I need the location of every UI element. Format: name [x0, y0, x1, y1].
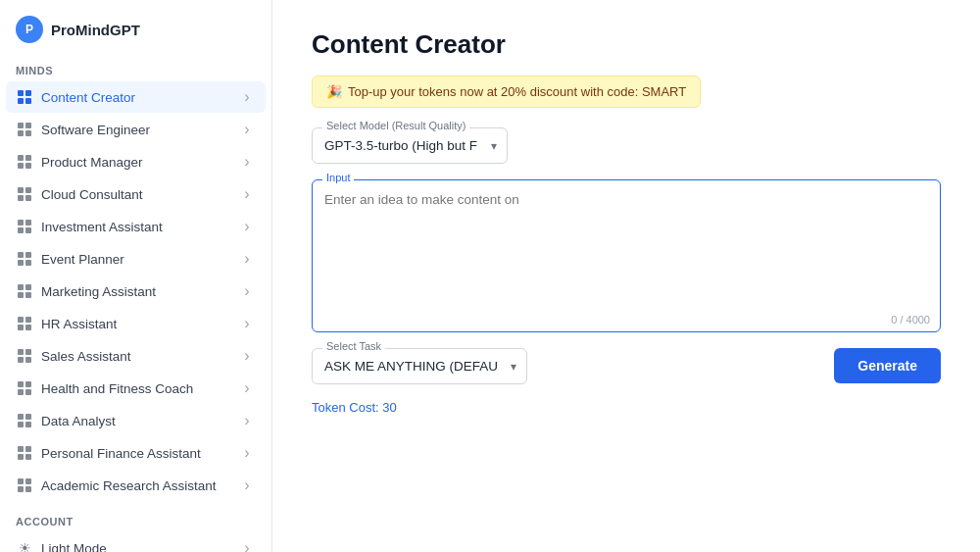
- input-textarea[interactable]: [313, 180, 940, 308]
- input-textarea-wrapper: Input 0 / 4000: [312, 179, 941, 332]
- logo-icon: P: [16, 16, 43, 43]
- light-mode-icon: ☀: [16, 539, 33, 552]
- sidebar-label-investment-assistant: Investment Assistant: [41, 220, 240, 234]
- grid-icon-marketing-assistant: [16, 282, 33, 300]
- promo-text: Top-up your tokens now at 20% discount w…: [348, 84, 686, 99]
- chevron-icon-hr-assistant: [240, 317, 254, 330]
- chevron-icon-investment-assistant: [240, 220, 254, 233]
- sidebar-label-personal-finance: Personal Finance Assistant: [41, 446, 240, 461]
- main-content: Content Creator 🎉 Top-up your tokens now…: [272, 0, 980, 552]
- sidebar-item-content-creator[interactable]: Content Creator: [6, 81, 266, 113]
- sidebar-label-marketing-assistant: Marketing Assistant: [41, 284, 240, 299]
- sidebar-item-data-analyst[interactable]: Data Analyst: [6, 405, 266, 436]
- task-select-wrapper: Select Task ASK ME ANYTHING (DEFAULT)Blo…: [312, 348, 527, 384]
- chevron-icon-software-engineer: [240, 123, 254, 136]
- logo-text: ProMindGPT: [51, 22, 140, 38]
- task-select-group: Select Task ASK ME ANYTHING (DEFAULT)Blo…: [312, 348, 527, 384]
- chevron-icon-product-manager: [240, 155, 254, 169]
- sidebar-item-sales-assistant[interactable]: Sales Assistant: [6, 340, 266, 372]
- chevron-icon-data-analyst: [240, 414, 254, 427]
- input-group: Input 0 / 4000: [312, 179, 941, 332]
- chevron-icon-content-creator: [240, 90, 254, 104]
- chevron-icon-sales-assistant: [240, 349, 254, 363]
- grid-icon-health-fitness-coach: [16, 379, 33, 397]
- grid-icon-event-planner: [16, 250, 33, 268]
- account-list: ☀ Light Mode 😊 Get Help 👤 Signup / Login: [0, 531, 271, 552]
- chevron-icon-health-fitness-coach: [240, 381, 254, 395]
- sidebar-item-cloud-consultant[interactable]: Cloud Consultant: [6, 178, 266, 210]
- sidebar-item-investment-assistant[interactable]: Investment Assistant: [6, 211, 266, 242]
- sidebar-label-data-analyst: Data Analyst: [41, 414, 240, 428]
- input-label: Input: [322, 172, 354, 183]
- grid-icon-content-creator: [16, 88, 33, 106]
- promo-icon: 🎉: [326, 84, 342, 99]
- sidebar-label-product-manager: Product Manager: [41, 155, 240, 170]
- chevron-icon-cloud-consultant: [240, 187, 254, 201]
- model-label: Select Model (Result Quality): [322, 120, 469, 131]
- sidebar-item-academic-research[interactable]: Academic Research Assistant: [6, 470, 266, 501]
- sidebar-label-sales-assistant: Sales Assistant: [41, 349, 240, 364]
- chevron-icon-academic-research: [240, 478, 254, 492]
- grid-icon-cloud-consultant: [16, 185, 33, 203]
- task-label: Select Task: [322, 340, 385, 352]
- minds-list: Content Creator Software Engineer Produc…: [0, 80, 271, 502]
- grid-icon-hr-assistant: [16, 315, 33, 332]
- sidebar-label-light-mode: Light Mode: [41, 541, 240, 553]
- grid-icon-personal-finance: [16, 444, 33, 462]
- task-select[interactable]: ASK ME ANYTHING (DEFAULT)Blog PostSocial…: [313, 349, 526, 383]
- sidebar-label-software-engineer: Software Engineer: [41, 123, 240, 137]
- char-count: 0 / 4000: [313, 312, 940, 331]
- sidebar-label-hr-assistant: HR Assistant: [41, 317, 240, 331]
- sidebar-item-health-fitness-coach[interactable]: Health and Fitness Coach: [6, 373, 266, 404]
- promo-banner: 🎉 Top-up your tokens now at 20% discount…: [312, 75, 701, 108]
- model-select-wrapper: Select Model (Result Quality) GPT-3.5-tu…: [312, 127, 508, 164]
- chevron-icon-marketing-assistant: [240, 284, 254, 298]
- generate-button[interactable]: Generate: [834, 348, 941, 383]
- chevron-icon-personal-finance: [240, 446, 254, 460]
- sidebar-label-cloud-consultant: Cloud Consultant: [41, 187, 240, 202]
- sidebar-item-software-engineer[interactable]: Software Engineer: [6, 114, 266, 145]
- sidebar-label-academic-research: Academic Research Assistant: [41, 478, 240, 493]
- account-section-label: Account: [0, 506, 271, 531]
- sidebar-item-marketing-assistant[interactable]: Marketing Assistant: [6, 276, 266, 307]
- page-title: Content Creator: [312, 29, 941, 60]
- grid-icon-data-analyst: [16, 412, 33, 429]
- sidebar-item-product-manager[interactable]: Product Manager: [6, 146, 266, 177]
- sidebar: P ProMindGPT Minds Content Creator Softw…: [0, 0, 272, 552]
- chevron-icon-event-planner: [240, 252, 254, 266]
- grid-icon-sales-assistant: [16, 347, 33, 365]
- model-select[interactable]: GPT-3.5-turbo (High but Fast)GPT-4 (Best…: [313, 128, 507, 163]
- chevron-icon-light-mode: [240, 541, 254, 552]
- sidebar-label-event-planner: Event Planner: [41, 252, 240, 267]
- sidebar-label-content-creator: Content Creator: [41, 90, 240, 105]
- sidebar-label-health-fitness-coach: Health and Fitness Coach: [41, 381, 240, 396]
- grid-icon-software-engineer: [16, 121, 33, 138]
- grid-icon-academic-research: [16, 477, 33, 494]
- grid-icon-investment-assistant: [16, 218, 33, 235]
- token-cost: Token Cost: 30: [312, 400, 941, 415]
- sidebar-item-personal-finance[interactable]: Personal Finance Assistant: [6, 437, 266, 469]
- grid-icon-product-manager: [16, 153, 33, 171]
- sidebar-item-hr-assistant[interactable]: HR Assistant: [6, 308, 266, 339]
- sidebar-item-light-mode[interactable]: ☀ Light Mode: [6, 532, 266, 552]
- model-select-group: Select Model (Result Quality) GPT-3.5-tu…: [312, 127, 941, 164]
- minds-section-label: Minds: [0, 55, 271, 80]
- sidebar-item-event-planner[interactable]: Event Planner: [6, 243, 266, 275]
- logo-area: P ProMindGPT: [0, 0, 271, 55]
